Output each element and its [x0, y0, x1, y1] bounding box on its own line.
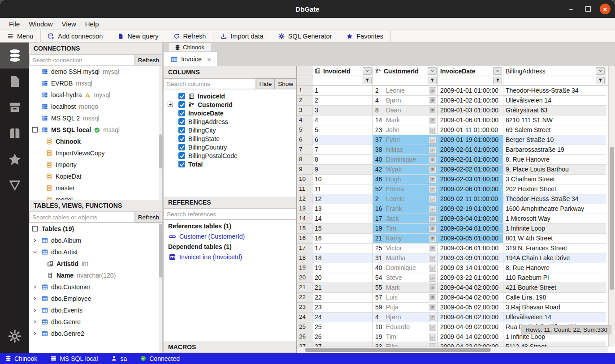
column-item-invoiceid[interactable]: 1InvoiceId: [164, 92, 296, 100]
reference-link-invoiceline-invoiceid[interactable]: InvoiceLine (InvoiceId): [168, 252, 292, 262]
checkbox-checked[interactable]: [178, 118, 185, 125]
checkbox-checked[interactable]: [178, 127, 185, 133]
cell-customerid[interactable]: 52Emma: [373, 184, 438, 194]
cell-customerid[interactable]: 37Fynn: [373, 135, 438, 145]
cell-customerid[interactable]: 21Kathy: [373, 234, 438, 244]
row-number[interactable]: 6: [297, 135, 312, 145]
cell-billingaddress[interactable]: 3 Chatham Street: [503, 175, 606, 184]
close-button[interactable]: ×: [600, 4, 611, 14]
cell-billingaddress[interactable]: 421 Bourke Street: [503, 283, 606, 293]
cell-customerid[interactable]: 14Mark: [373, 116, 438, 125]
grid-horizontal-scrollbar[interactable]: [297, 347, 608, 353]
cell-invoicedate[interactable]: 2009-02-06 01:00:00: [438, 184, 503, 194]
open-detail-button[interactable]: [429, 176, 436, 183]
menu-file[interactable]: File: [4, 19, 24, 29]
cell-invoicedate[interactable]: 2009-04-05 02:00:00: [438, 303, 503, 313]
cell-customerid[interactable]: 17Jack: [373, 214, 438, 224]
cell-invoiceid[interactable]: 1: [312, 86, 373, 96]
row-number[interactable]: 12: [297, 194, 312, 204]
open-detail-button[interactable]: [429, 245, 436, 252]
cell-invoiceid[interactable]: 8: [312, 155, 373, 165]
toolbar-sql-generator-button[interactable]: SQL Generator: [271, 30, 340, 42]
row-number[interactable]: 15: [297, 224, 312, 234]
minimize-button[interactable]: –: [566, 4, 576, 14]
cell-customerid[interactable]: 40Dominique: [373, 263, 438, 273]
search-connection-input[interactable]: [29, 55, 135, 65]
row-number[interactable]: 23: [297, 303, 312, 313]
open-detail-button[interactable]: [429, 235, 436, 242]
toolbar-menu-button[interactable]: Menu: [0, 30, 41, 42]
checkbox-checked[interactable]: [178, 152, 185, 159]
grid-vertical-scrollbar[interactable]: [608, 66, 615, 347]
tables-scrollbar[interactable]: [159, 223, 162, 353]
cell-customerid[interactable]: 25Victor: [373, 244, 438, 253]
column-dropdown-button[interactable]: [596, 67, 605, 75]
column-dropdown-button[interactable]: [428, 67, 437, 75]
statusbar-ms-sql-local[interactable]: MS SQL local: [51, 355, 98, 362]
cell-invoiceid[interactable]: 5: [312, 125, 373, 135]
statusbar-connected[interactable]: Connected: [140, 355, 180, 362]
cell-customerid[interactable]: 4Bjørn: [373, 313, 438, 322]
cell-invoiceid[interactable]: 12: [312, 194, 373, 204]
open-detail-button[interactable]: [429, 117, 436, 124]
tree-item-dbo-genre[interactable]: dbo.Genre: [29, 316, 162, 328]
column-item-billingaddress[interactable]: BillingAddress: [164, 117, 296, 126]
cell-invoicedate[interactable]: 2009-04-04 02:00:00: [438, 283, 503, 293]
statusbar-chinook[interactable]: Chinook: [5, 355, 37, 362]
cell-customerid[interactable]: 46Hugh: [373, 175, 438, 184]
row-number[interactable]: 4: [297, 116, 312, 125]
cell-invoicedate[interactable]: 2009-04-14 02:00:00: [438, 332, 503, 342]
connection-item-demo-ssh-mysql[interactable]: demo SSH mysqlmysql: [29, 66, 162, 77]
cell-customerid[interactable]: 57Luis: [373, 293, 438, 303]
cell-customerid[interactable]: 33Ellie: [373, 342, 438, 347]
open-detail-button[interactable]: [429, 284, 436, 291]
cell-billingaddress[interactable]: Ullevålsveien 14: [503, 96, 606, 106]
cell-billingaddress[interactable]: 110 Raeburn Pl: [503, 273, 606, 283]
cell-customerid[interactable]: 42Wyatt: [373, 165, 438, 175]
row-number[interactable]: 3: [297, 106, 312, 116]
cell-invoicedate[interactable]: 2009-03-22 01:00:00: [438, 273, 503, 283]
tree-item-dbo-artist[interactable]: dbo.Artist: [29, 246, 162, 258]
chevron-down-icon[interactable]: [32, 249, 38, 255]
cell-invoicedate[interactable]: 2009-04-09 02:00:00: [438, 322, 503, 332]
cell-invoicedate[interactable]: 2009-03-04 01:00:00: [438, 214, 503, 224]
activitybar-database[interactable]: [0, 43, 29, 69]
tree-item-dbo-genre2[interactable]: dbo.Genre2: [29, 328, 162, 339]
cell-billingaddress[interactable]: Barbarossastraße 19: [503, 145, 606, 155]
open-detail-button[interactable]: [429, 215, 436, 223]
cell-invoicedate[interactable]: 2009-01-11 01:00:00: [438, 125, 503, 135]
cell-invoicedate[interactable]: 2009-03-06 01:00:00: [438, 244, 503, 253]
cell-invoicedate[interactable]: 2009-04-04 02:00:00: [438, 293, 503, 303]
menu-help[interactable]: Help: [81, 19, 104, 29]
filter-button[interactable]: [363, 77, 372, 84]
checkbox-checked[interactable]: [178, 144, 185, 150]
column-item-billingcity[interactable]: BillingCity: [164, 126, 296, 134]
cell-invoiceid[interactable]: 3: [312, 106, 373, 116]
cell-customerid[interactable]: 16Frank: [373, 204, 438, 214]
search-references-input[interactable]: [164, 209, 296, 220]
cell-invoicedate[interactable]: 2009-02-19 01:00:00: [438, 204, 503, 214]
cell-invoiceid[interactable]: 9: [312, 165, 373, 175]
cell-invoicedate[interactable]: 2009-03-04 01:00:00: [438, 224, 503, 234]
grid-column-header-invoicedate[interactable]: InvoiceDate: [438, 66, 503, 76]
cell-billingaddress[interactable]: 1600 Amphitheatre Parkway: [503, 204, 606, 214]
cell-billingaddress[interactable]: Berger Straße 10: [503, 135, 606, 145]
cell-invoiceid[interactable]: 23: [312, 303, 373, 313]
open-detail-button[interactable]: [429, 156, 436, 163]
grid-column-header-customerid[interactable]: CustomerId: [373, 66, 438, 76]
open-detail-button[interactable]: [429, 206, 436, 213]
cell-invoicedate[interactable]: 2009-03-05 01:00:00: [438, 234, 503, 244]
cell-invoiceid[interactable]: 7: [312, 145, 373, 155]
open-detail-button[interactable]: [429, 334, 436, 341]
cell-customerid[interactable]: 54Steve: [373, 273, 438, 283]
cell-invoiceid[interactable]: 25: [312, 322, 373, 332]
column-item-invoicedate[interactable]: InvoiceDate: [164, 109, 296, 117]
cell-customerid[interactable]: 40Dominique: [373, 155, 438, 165]
cell-invoicedate[interactable]: 2009-04-06 02:00:00: [438, 313, 503, 322]
connection-item-local-hydra[interactable]: local-hydramysql: [29, 89, 162, 101]
chevron-right-icon[interactable]: [32, 331, 38, 336]
cell-billingaddress[interactable]: Ullevålsveien 14: [503, 313, 606, 322]
cell-billingaddress[interactable]: 5112 48 Street: [503, 342, 606, 347]
cell-billingaddress[interactable]: 1 Microsoft Way: [503, 214, 606, 224]
tab-invoice[interactable]: Invoice ×: [164, 51, 218, 66]
